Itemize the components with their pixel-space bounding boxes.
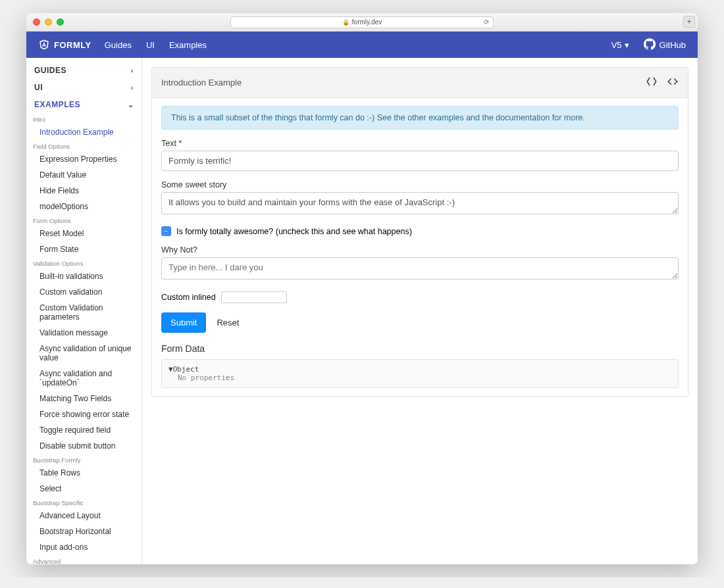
sidebar-item[interactable]: Hide Fields: [26, 183, 142, 199]
sidebar-item[interactable]: Bootstrap Horizontal: [26, 524, 142, 539]
example-card: Introduction Example This is a small sub…: [151, 67, 688, 397]
chevron-down-icon: ▾: [625, 40, 629, 50]
story-label: Some sweet story: [161, 180, 679, 189]
side-section-label: EXAMPLES: [34, 100, 80, 109]
sidebar-item[interactable]: Default Value: [26, 167, 142, 183]
sidebar-item[interactable]: Toggle required field: [26, 422, 142, 438]
github-link[interactable]: GitHub: [644, 38, 686, 52]
awesome-checkbox[interactable]: −: [161, 226, 171, 236]
side-section-label: GUIDES: [34, 66, 66, 75]
sidebar-group-title: Bootstrap Specific: [26, 497, 142, 508]
story-textarea[interactable]: [161, 192, 679, 214]
form-data-viewer: ▼Object No properties: [161, 359, 679, 388]
side-section-label: UI: [34, 83, 43, 92]
sidebar-item[interactable]: Custom validation: [26, 284, 142, 300]
view-source-icon[interactable]: [667, 76, 679, 89]
window-minimize-dot[interactable]: [45, 18, 52, 26]
object-label: Object: [173, 365, 199, 374]
sidebar-item[interactable]: Table Rows: [26, 465, 142, 481]
github-label: GitHub: [659, 40, 686, 50]
awesome-label: Is formly totally awesome? (uncheck this…: [176, 227, 412, 236]
reload-icon[interactable]: ⟳: [484, 18, 489, 26]
page-title: Introduction Example: [161, 78, 242, 87]
sidebar-item[interactable]: Introduction Example: [26, 124, 142, 140]
sidebar-item[interactable]: Advanced Layout: [26, 508, 142, 524]
sidebar-item[interactable]: Force showing error state: [26, 406, 142, 422]
info-alert: This is a small subset of the things tha…: [161, 106, 679, 130]
sidebar-item[interactable]: Disable submit button: [26, 438, 142, 454]
version-select[interactable]: V5 ▾: [611, 40, 629, 50]
sidebar-item[interactable]: Built-in validations: [26, 268, 142, 284]
toggle-tree-icon[interactable]: ▼: [168, 365, 173, 374]
nav-guides[interactable]: Guides: [105, 40, 132, 50]
nav-ui[interactable]: UI: [146, 40, 155, 50]
chevron-right-icon: ›: [131, 84, 134, 91]
reset-button[interactable]: Reset: [213, 312, 243, 333]
window-zoom-dot[interactable]: [57, 18, 64, 26]
sidebar-item[interactable]: Reset Model: [26, 226, 142, 241]
custom-inlined-label: Custom inlined: [161, 293, 216, 302]
form-data-title: Form Data: [161, 343, 679, 354]
sidebar: GUIDES › UI › EXAMPLES ⌄ IntroIntroducti…: [26, 58, 142, 564]
nav-examples[interactable]: Examples: [169, 40, 207, 50]
angular-shield-icon: [38, 39, 50, 51]
sidebar-item[interactable]: Async validation and `updateOn`: [26, 366, 142, 391]
submit-button[interactable]: Submit: [161, 312, 206, 333]
sidebar-group-title: Bootstrap Formly: [26, 454, 142, 465]
sidebar-item[interactable]: modelOptions: [26, 199, 142, 214]
top-nav: FORMLY Guides UI Examples V5 ▾ GitHub: [26, 32, 698, 58]
sidebar-item[interactable]: Input add-ons: [26, 539, 142, 555]
brand-label: FORMLY: [54, 40, 91, 50]
sidebar-group-title: Form Options: [26, 214, 142, 226]
sidebar-group-title: Validation Options: [26, 257, 142, 268]
sidebar-group-title: Intro: [26, 113, 142, 124]
address-url: formly.dev: [352, 18, 382, 26]
sidebar-group-title: Advanced: [26, 555, 142, 564]
card-header: Introduction Example: [152, 68, 688, 98]
address-bar[interactable]: 🔒 formly.dev ⟳: [230, 16, 494, 28]
chevron-right-icon: ›: [131, 66, 134, 74]
side-section-examples[interactable]: EXAMPLES ⌄: [26, 96, 142, 113]
whynot-label: Why Not?: [161, 245, 679, 255]
custom-inlined-input[interactable]: [221, 291, 287, 303]
github-icon: [644, 38, 656, 52]
main-content: Introduction Example This is a small sub…: [142, 58, 698, 564]
stackblitz-icon[interactable]: [646, 76, 658, 89]
side-section-guides[interactable]: GUIDES ›: [26, 62, 142, 79]
whynot-textarea[interactable]: [161, 257, 679, 280]
window-close-dot[interactable]: [33, 18, 40, 26]
side-section-ui[interactable]: UI ›: [26, 79, 142, 96]
brand[interactable]: FORMLY: [38, 39, 91, 51]
sidebar-item[interactable]: Form State: [26, 241, 142, 257]
text-input[interactable]: [161, 151, 679, 171]
object-properties: No properties: [168, 374, 671, 382]
sidebar-item[interactable]: Validation message: [26, 325, 142, 341]
sidebar-item[interactable]: Expression Properties: [26, 151, 142, 167]
chevron-down-icon: ⌄: [128, 101, 134, 109]
sidebar-item[interactable]: Matching Two Fields: [26, 391, 142, 406]
text-label: Text *: [161, 139, 679, 148]
browser-titlebar: 🔒 formly.dev ⟳ +: [26, 13, 698, 32]
new-tab-button[interactable]: +: [683, 16, 695, 28]
sidebar-item[interactable]: Select: [26, 481, 142, 497]
lock-icon: 🔒: [342, 19, 349, 26]
version-label: V5: [611, 40, 622, 50]
sidebar-group-title: Field Options: [26, 140, 142, 151]
sidebar-item[interactable]: Async validation of unique value: [26, 341, 142, 366]
sidebar-item[interactable]: Custom Validation parameters: [26, 300, 142, 325]
